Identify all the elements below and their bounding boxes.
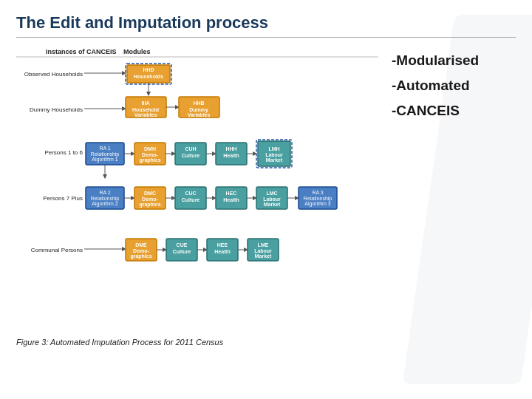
figure-caption: Figure 3: Automated Imputation Process f… [16,338,378,347]
box-dmc-label3: graphics [139,202,160,208]
box-dme-label1: DME [135,242,147,248]
row-label-communal: Communal Persons [31,247,83,253]
right-label-canceis: -CANCEIS [392,103,516,119]
box-ra3-label3: Algorithm 3 [304,201,331,207]
box-ra3-label1: RA 3 [312,190,323,195]
box-dmc-label1: DMC [144,191,156,196]
box-ra2-label3: Algorithm 2 [92,201,118,207]
box-lme-label3: Market [255,253,272,259]
box-iiia-label1: IIIA [142,100,150,106]
box-ra2-label1: RA 2 [99,190,110,195]
row-label-persons7: Persons 7 Plus [43,195,83,202]
box-lmh-label2: Labour [265,152,283,157]
box-dmc-label2: Demo- [142,197,158,202]
box-hhd-label2: Households [134,74,163,79]
right-label-modularised: -Modularised [392,52,516,69]
box-hee-label2: Health [214,249,230,254]
diagram-left: Instances of CANCEIS Modules Observed Ho… [16,45,378,347]
box-ra1-label3: Algorithm 1 [92,157,118,163]
box-lme-label2: Labour [254,248,272,253]
box-cuh-label2: Culture [182,153,200,158]
box-lme-label1: LME [258,242,269,248]
box-hhd-label1: HHD [143,67,154,72]
box-cuc-label1: CUC [185,191,196,196]
box-lmc-label3: Market [264,202,281,207]
box-hhh-label2: Health [223,153,239,158]
col-header-instances: Instances of CANCEIS [46,48,117,55]
box-iiia-label2: Household [132,107,159,112]
box-hec-label2: Health [223,197,239,202]
diagram-area: Instances of CANCEIS Modules Observed Ho… [16,45,516,347]
diagram-svg: Instances of CANCEIS Modules Observed Ho… [16,45,378,333]
box-dmh-label3: graphics [139,157,160,163]
col-header-modules: Modules [123,48,151,55]
box-lmh-label1: LMH [268,146,279,151]
row-label-persons16: Persons 1 to 6 [44,149,83,156]
diagram-right: -Modularised -Automated -CANCEIS [378,45,516,347]
right-label-automated: -Automated [392,78,516,94]
box-hhb-label3: Variables [188,112,211,117]
box-iiia-label3: Variables [134,112,157,117]
box-dmh-label1: DMH [144,146,156,151]
page-content: The Edit and Imputation process Instance… [0,0,532,354]
box-hee-label1: HEE [217,242,228,248]
box-cue-label1: CUE [177,242,188,248]
box-dme-label3: graphics [130,253,151,259]
box-hhh-label1: HHH [225,146,236,151]
box-cue-label2: Culture [173,249,191,254]
box-ra1-label1: RA 1 [99,146,110,151]
row-label-dummy: Dummy Households [30,106,83,113]
box-hec-label1: HEC [226,191,237,196]
box-hhb-label1: HHB [193,100,204,106]
box-cuc-label2: Culture [182,197,200,202]
box-cuh-label1: CUH [185,146,196,151]
box-lmh-label3: Market [266,157,283,163]
box-lmc-label2: Labour [263,197,281,202]
box-dme-label2: Demo- [133,248,149,253]
page-title: The Edit and Imputation process [16,13,516,33]
box-lmc-label1: LMC [266,191,277,196]
box-dmh-label2: Demo- [142,152,158,157]
row-label-observed: Observed Households [24,71,83,78]
divider [16,37,516,38]
